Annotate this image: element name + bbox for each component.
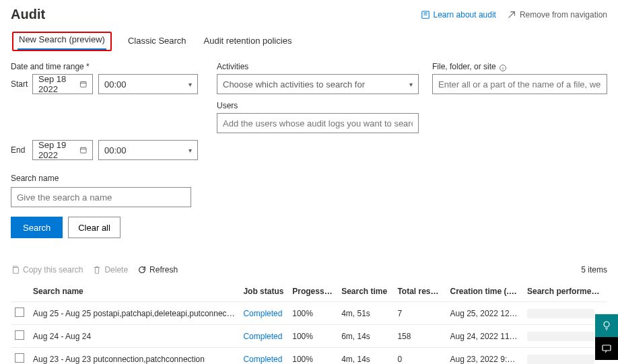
row-checkbox[interactable] [15,330,24,340]
cell-total: 158 [393,325,446,348]
datetime-section: Date and time range * Start Sep 18 2022 … [11,62,203,133]
file-label: File, folder, or site [432,62,496,71]
chevron-down-icon: ▾ [409,81,413,88]
col-header-searchtime[interactable]: Search time [337,281,393,302]
svg-rect-6 [603,345,611,351]
col-header-total[interactable]: Total results [393,281,446,302]
info-icon[interactable] [499,64,507,72]
calendar-icon [79,79,87,89]
lightbulb-icon [601,320,612,331]
svg-rect-3 [80,147,86,153]
cell-name: Aug 23 - Aug 23 putconnection,patchconne… [29,348,239,365]
file-input[interactable] [432,74,607,94]
activities-section: Activities Choose which activities to se… [217,62,419,133]
svg-rect-1 [80,81,86,87]
learn-about-audit-label: Learn about audit [434,10,496,20]
redacted-value [527,332,594,341]
feedback-widget[interactable] [595,314,618,337]
copy-search-button[interactable]: Copy this search [11,265,83,275]
col-header-progress[interactable]: Progess (%) [288,281,337,302]
copy-search-label: Copy this search [23,265,83,275]
end-time-select[interactable]: 00:00 ▾ [98,140,198,160]
trash-icon [92,265,102,275]
book-icon [421,10,430,20]
header-actions: Learn about audit Remove from navigation [421,10,607,20]
unpin-icon [507,10,516,20]
row-checkbox[interactable] [15,307,24,317]
cell-searchtime: 6m, 14s [337,325,393,348]
activities-label: Activities [217,62,419,71]
svg-rect-4 [13,268,19,274]
highlight-annotation: New Search (preview) [12,32,112,51]
chevron-down-icon: ▾ [188,81,192,88]
cell-creation: Aug 25, 2022 12:23... [446,302,524,325]
chat-widget[interactable] [595,337,618,360]
refresh-button[interactable]: Refresh [137,265,178,275]
cell-total: 7 [393,302,446,325]
tab-new-search[interactable]: New Search (preview) [18,30,106,50]
learn-about-audit-link[interactable]: Learn about audit [421,10,496,20]
cell-total: 0 [393,348,446,365]
cell-name: Aug 25 - Aug 25 postapi,patchapi,deletea… [29,302,239,325]
users-input[interactable] [217,113,419,133]
table-row[interactable]: Aug 25 - Aug 25 postapi,patchapi,deletea… [11,302,607,325]
tab-retention-policies[interactable]: Audit retention policies [203,32,294,51]
activities-placeholder: Choose which activities to search for [223,79,365,89]
cell-creation: Aug 24, 2022 11:01... [446,325,524,348]
cell-creation: Aug 23, 2022 9:44 ... [446,348,524,365]
end-time-value: 00:00 [104,145,127,155]
refresh-label: Refresh [149,265,178,275]
tab-bar: New Search (preview) Classic Search Audi… [11,32,607,51]
side-widget-bar [595,314,618,360]
search-button[interactable]: Search [11,217,63,238]
col-header-performed[interactable]: Search performed by [523,281,607,302]
end-label: End [11,145,27,155]
svg-point-5 [604,322,609,327]
end-date-input[interactable]: Sep 19 2022 [32,140,93,160]
cell-searchtime: 4m, 14s [337,348,393,365]
table-row[interactable]: Aug 23 - Aug 23 putconnection,patchconne… [11,348,607,365]
table-row[interactable]: Aug 24 - Aug 24 Completed 100% 6m, 14s 1… [11,325,607,348]
start-date-input[interactable]: Sep 18 2022 [32,74,93,94]
datetime-label: Date and time range * [11,62,203,71]
chevron-down-icon: ▾ [188,147,192,154]
results-table: Search name Job status Progess (%) Searc… [11,281,607,364]
search-name-input[interactable] [11,187,191,207]
delete-label: Delete [104,265,128,275]
delete-button[interactable]: Delete [92,265,128,275]
cell-progress: 100% [288,302,337,325]
cell-progress: 100% [288,325,337,348]
users-label: Users [217,101,419,110]
chat-icon [601,343,612,354]
cell-name: Aug 24 - Aug 24 [29,325,239,348]
cell-status[interactable]: Completed [243,309,282,318]
redacted-value [527,309,594,318]
end-date-value: Sep 19 2022 [38,140,79,160]
cell-progress: 100% [288,348,337,365]
clear-all-button[interactable]: Clear all [68,217,121,238]
col-header-name[interactable]: Search name [29,281,239,302]
copy-icon [11,265,20,275]
remove-from-nav-label: Remove from navigation [520,10,607,20]
cell-status[interactable]: Completed [243,332,282,341]
results-toolbar: Copy this search Delete Refresh 5 items [11,265,607,281]
col-header-status[interactable]: Job status [239,281,288,302]
start-label: Start [11,79,27,89]
remove-from-nav-link[interactable]: Remove from navigation [507,10,607,20]
cell-searchtime: 4m, 51s [337,302,393,325]
col-header-creation[interactable]: Creation time (... ↓ [446,281,524,302]
file-section: File, folder, or site [432,62,607,133]
refresh-icon [137,265,147,275]
activities-select[interactable]: Choose which activities to search for ▾ [217,74,419,94]
start-time-select[interactable]: 00:00 ▾ [98,74,198,94]
row-checkbox[interactable] [15,353,24,363]
page-title: Audit [11,7,45,22]
calendar-icon [79,145,87,155]
redacted-value [527,355,594,364]
start-date-value: Sep 18 2022 [38,74,79,94]
cell-status[interactable]: Completed [243,355,282,364]
items-count: 5 items [581,265,607,275]
start-time-value: 00:00 [104,79,127,89]
tab-classic-search[interactable]: Classic Search [127,32,188,51]
search-name-label: Search name [11,174,213,183]
